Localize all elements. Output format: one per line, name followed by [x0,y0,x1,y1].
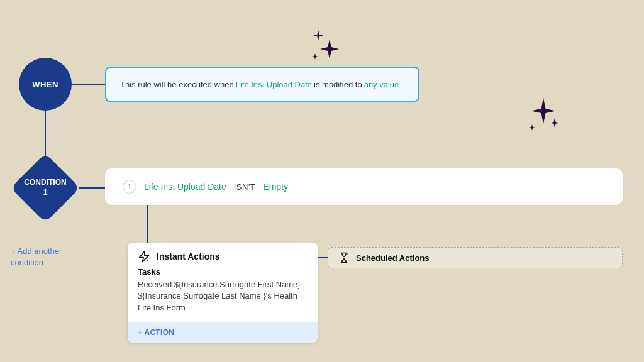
svg-point-1 [147,260,148,261]
sparkle-icon [304,21,357,74]
instant-actions-title: Instant Actions [157,251,220,261]
tasks-label: Tasks [138,266,308,278]
connector-condition-to-box [79,187,105,189]
when-field[interactable]: Life Ins. Upload Date [236,80,312,89]
condition-value[interactable]: Empty [263,182,288,192]
add-action-button[interactable]: + ACTION [128,322,318,343]
sparkle-icon [517,87,570,140]
condition-operator[interactable]: ISN'T [234,182,256,192]
condition-box[interactable]: 1 Life Ins. Upload Date ISN'T Empty [105,168,623,205]
connector-when-to-box [70,84,105,85]
instant-actions-header: Instant Actions [128,243,318,266]
when-text-mid: is modified to [314,80,362,89]
scheduled-actions-title: Scheduled Actions [356,253,430,263]
connector-instant-to-scheduled [318,257,328,258]
connector-condition-down [147,205,148,244]
when-node[interactable]: WHEN [19,58,72,111]
instant-actions-body: Tasks Received ${Insurance.Surrogate Fir… [128,266,318,322]
svg-marker-0 [140,251,149,262]
when-trigger-box[interactable]: This rule will be executed when Life Ins… [105,67,419,102]
scheduled-actions-card[interactable]: Scheduled Actions [328,247,623,268]
condition-node[interactable]: CONDITION 1 [11,153,80,222]
when-label: WHEN [32,80,58,89]
add-condition-link[interactable]: + Add another condition [11,246,80,268]
condition-number-badge: 1 [123,180,136,194]
when-value[interactable]: any value [364,80,399,89]
task-text: Received ${Insurance.Surrogate First Nam… [138,280,301,312]
instant-actions-card[interactable]: Instant Actions Tasks Received ${Insuran… [128,243,318,343]
lightning-icon [138,250,150,263]
hourglass-icon [338,252,350,263]
when-text-pre: This rule will be executed when [120,80,234,89]
condition-field[interactable]: Life Ins. Upload Date [144,182,226,192]
condition-label: CONDITION 1 [24,178,66,197]
svg-point-2 [347,253,348,255]
